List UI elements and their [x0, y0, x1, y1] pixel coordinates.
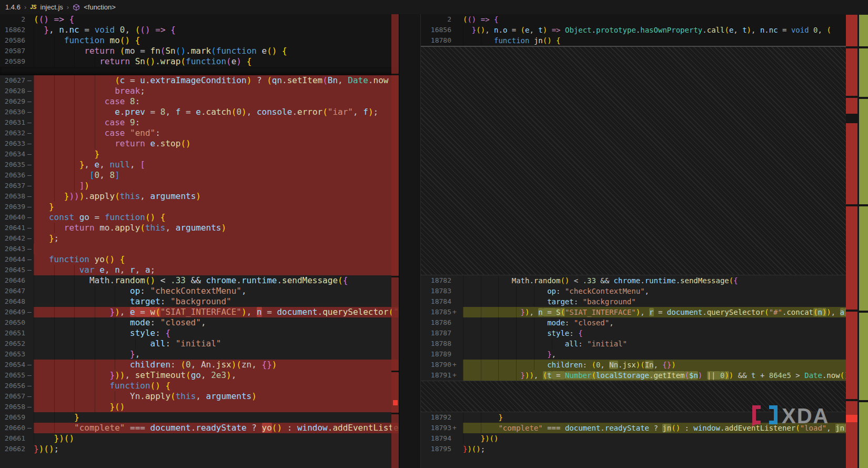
- code-text[interactable]: }(): [34, 402, 399, 412]
- code-text[interactable]: function() {: [34, 381, 399, 391]
- code-text[interactable]: (() => {: [34, 14, 399, 25]
- code-text[interactable]: return e.stop(): [34, 138, 399, 149]
- code-text[interactable]: })();: [34, 444, 399, 454]
- syntax-token: (: [322, 75, 328, 85]
- syntax-token: n: [115, 265, 120, 275]
- code-text[interactable]: (c = u.extraImageCondition) ? (qn.setIte…: [34, 75, 399, 86]
- gutter: 20658–: [0, 402, 34, 412]
- code-text[interactable]: "complete" === document.readyState ? yo(…: [34, 423, 399, 433]
- syntax-token: ,: [196, 391, 206, 401]
- diff-original-editor[interactable]: 2(() => {16862}, n.nc = void 0, (() => {…: [0, 14, 399, 468]
- code-text[interactable]: target: "background": [463, 296, 868, 307]
- code-text[interactable]: function mo() {: [34, 35, 399, 46]
- code-text[interactable]: })(): [463, 433, 868, 444]
- overview-ruler-right[interactable]: [846, 14, 868, 468]
- code-text[interactable]: (() => {: [463, 14, 868, 25]
- syntax-token: (): [267, 46, 277, 56]
- code-line: 20662})();: [0, 444, 399, 454]
- code-text[interactable]: children: (0, An.jsx)(zn, {}): [34, 360, 399, 370]
- code-text[interactable]: function yo() {: [34, 254, 399, 265]
- gutter: 16856: [421, 25, 463, 35]
- code-text[interactable]: Math.random() < .33 && chrome.runtime.se…: [463, 275, 868, 286]
- line-number: 20627: [0, 75, 25, 86]
- code-line: 18783op: "checkContextMenu",: [421, 286, 868, 296]
- code-text[interactable]: Math.random() < .33 && chrome.runtime.se…: [34, 275, 399, 286]
- code-text[interactable]: const go = function() {: [34, 212, 399, 223]
- code-text[interactable]: })(): [34, 433, 399, 444]
- code-text[interactable]: op: "checkContextMenu",: [463, 286, 868, 296]
- syntax-token: "iar": [328, 107, 353, 117]
- code-text[interactable]: [0, 8]: [34, 170, 399, 181]
- editor-sash[interactable]: [399, 14, 421, 468]
- syntax-token: 0: [813, 26, 817, 34]
- code-text[interactable]: }(), n.o = (e, t) => Object.prototype.ha…: [463, 25, 868, 35]
- syntax-token: .: [764, 26, 769, 34]
- code-text[interactable]: function jn() {: [463, 35, 868, 46]
- syntax-token: {: [165, 381, 170, 391]
- code-text[interactable]: [34, 244, 399, 254]
- syntax-token: ): [236, 56, 241, 66]
- code-text[interactable]: })();: [463, 444, 868, 454]
- syntax-token: mo: [110, 35, 120, 45]
- code-text[interactable]: style: {: [34, 328, 399, 338]
- code-text[interactable]: case 9:: [34, 117, 399, 128]
- code-text[interactable]: return Sn().wrap(function(e) {: [34, 56, 399, 67]
- code-text[interactable]: },: [463, 349, 868, 360]
- line-number: 20653: [0, 349, 25, 360]
- code-text[interactable]: case "end":: [34, 128, 399, 138]
- collapsed-region-band[interactable]: [0, 67, 399, 75]
- syntax-token: ): [241, 307, 247, 317]
- code-text[interactable]: style: {: [463, 328, 868, 338]
- code-text[interactable]: case 8:: [34, 96, 399, 107]
- code-text[interactable]: all: "initial": [463, 338, 868, 349]
- syntax-token: getItem: [654, 371, 685, 380]
- code-text[interactable]: break;: [34, 86, 399, 96]
- code-line: 20654–children: (0, An.jsx)(zn, {}): [0, 360, 399, 370]
- line-number: 18784: [421, 296, 451, 307]
- code-text[interactable]: all: "initial": [34, 338, 399, 349]
- syntax-token: "end": [130, 128, 155, 138]
- syntax-token: Sn: [135, 56, 145, 66]
- breadcrumb-symbol[interactable]: <function>: [84, 3, 116, 11]
- code-text[interactable]: ]): [34, 181, 399, 191]
- code-text[interactable]: },: [34, 349, 399, 360]
- code-text[interactable]: }))).apply(this, arguments): [34, 191, 399, 202]
- code-text[interactable]: }: [34, 412, 399, 423]
- code-text[interactable]: return mo.apply(this, arguments): [34, 223, 399, 233]
- code-line: 18787style: {: [421, 328, 868, 338]
- breadcrumb-filename[interactable]: inject.js: [41, 3, 63, 11]
- syntax-token: ,: [140, 191, 150, 201]
- breadcrumb-version[interactable]: 1.4.6: [5, 3, 21, 11]
- syntax-token: =: [135, 307, 150, 317]
- syntax-token: document: [150, 423, 191, 433]
- code-text[interactable]: })), (t = Number(localStorage.getItem($n…: [463, 370, 868, 381]
- code-text[interactable]: }: [34, 202, 399, 212]
- syntax-token: ): [636, 308, 640, 316]
- code-text[interactable]: }: [34, 149, 399, 160]
- code-text[interactable]: Yn.apply(this, arguments): [34, 391, 399, 402]
- code-text[interactable]: }, n.nc = void 0, (() => {: [34, 25, 399, 35]
- code-text[interactable]: op: "checkContextMenu",: [34, 286, 399, 296]
- code-text[interactable]: target: "background": [34, 296, 399, 307]
- code-text[interactable]: }), e = w("SIAT_INTERFACE"), n = documen…: [34, 307, 399, 317]
- syntax-token: ;: [150, 265, 156, 275]
- line-number: 18790: [421, 360, 451, 370]
- ruler-current-marker: [846, 415, 857, 422]
- code-text[interactable]: mode: "closed",: [34, 317, 399, 328]
- code-text[interactable]: children: (0, Nn.jsx)(In, {}): [463, 360, 868, 370]
- diff-modified-editor[interactable]: 2(() => {16856}(), n.o = (e, t) => Objec…: [421, 14, 868, 468]
- code-text[interactable]: })), setTimeout(go, 2e3),: [34, 370, 399, 381]
- code-text[interactable]: }), n = S("SIAT_INTERFACE"), r = documen…: [463, 307, 868, 317]
- diff-sign: [451, 444, 463, 454]
- syntax-token: (: [560, 308, 564, 316]
- overview-ruler-left[interactable]: [391, 14, 399, 468]
- code-line: 18784target: "background": [421, 296, 868, 307]
- code-text[interactable]: mode: "closed",: [463, 317, 868, 328]
- gutter: 20589: [0, 56, 34, 67]
- code-text[interactable]: }, e, null, [: [34, 160, 399, 170]
- code-text[interactable]: return (mo = fn(Sn().mark(function e() {: [34, 46, 399, 56]
- syntax-token: ,: [818, 26, 827, 34]
- code-text[interactable]: e.prev = 8, f = e.catch(0), console.erro…: [34, 107, 399, 117]
- code-text[interactable]: };: [34, 233, 399, 244]
- code-text[interactable]: var e, n, r, a;: [34, 265, 399, 275]
